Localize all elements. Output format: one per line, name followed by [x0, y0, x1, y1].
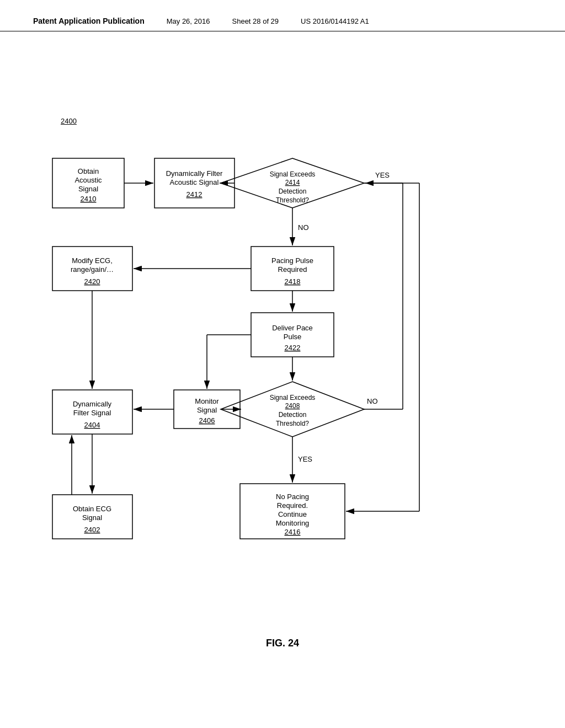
svg-text:2412: 2412: [186, 190, 202, 199]
svg-text:Threshold?: Threshold?: [276, 196, 309, 204]
svg-text:2416: 2416: [285, 528, 301, 536]
svg-text:2406: 2406: [199, 416, 215, 425]
diagram-area: 2400 Obtain Acoustic Signal 2410 Dynamic…: [0, 31, 565, 666]
svg-text:Deliver Pace: Deliver Pace: [272, 324, 313, 332]
svg-text:Obtain: Obtain: [78, 167, 99, 175]
svg-text:2402: 2402: [84, 526, 100, 534]
svg-text:2414: 2414: [285, 179, 300, 186]
svg-text:Pacing Pulse: Pacing Pulse: [271, 256, 313, 265]
svg-text:2420: 2420: [84, 277, 100, 286]
svg-text:Monitor: Monitor: [195, 397, 219, 405]
svg-text:Signal: Signal: [197, 406, 217, 414]
svg-text:Signal Exceeds: Signal Exceeds: [270, 394, 316, 402]
svg-text:Required.: Required.: [277, 501, 308, 510]
svg-text:2410: 2410: [81, 195, 97, 203]
svg-text:Filter Signal: Filter Signal: [73, 409, 111, 417]
svg-text:Pulse: Pulse: [284, 333, 302, 341]
svg-text:Obtain ECG: Obtain ECG: [73, 505, 111, 513]
svg-text:Acoustic Signal: Acoustic Signal: [170, 178, 219, 186]
svg-text:Detection: Detection: [279, 411, 307, 419]
svg-text:Signal: Signal: [78, 185, 98, 193]
header-date: May 26, 2016: [167, 17, 210, 25]
svg-text:Monitoring: Monitoring: [276, 519, 310, 527]
svg-text:2418: 2418: [285, 277, 301, 286]
header-title: Patent Application Publication: [33, 17, 145, 25]
svg-text:Detection: Detection: [279, 188, 307, 195]
header-info: May 26, 2016 Sheet 28 of 29 US 2016/0144…: [167, 17, 369, 25]
svg-text:Continue: Continue: [278, 510, 307, 518]
header-sheet: Sheet 28 of 29: [232, 17, 279, 25]
page-header: Patent Application Publication May 26, 2…: [0, 0, 565, 31]
svg-text:2404: 2404: [84, 421, 100, 429]
label-no-2408: NO: [367, 397, 378, 405]
label-no-2414: NO: [298, 223, 309, 232]
svg-text:No Pacing: No Pacing: [276, 493, 309, 501]
svg-text:Signal: Signal: [82, 513, 102, 522]
page: Patent Application Publication May 26, 2…: [0, 0, 565, 728]
svg-text:Signal Exceeds: Signal Exceeds: [270, 170, 316, 178]
svg-text:2422: 2422: [285, 344, 301, 352]
figure-label: FIG. 24: [0, 638, 565, 649]
svg-text:Dynamically: Dynamically: [73, 400, 112, 408]
svg-text:2408: 2408: [285, 402, 300, 410]
label-yes-2408: YES: [298, 455, 312, 463]
svg-text:Required: Required: [278, 265, 307, 274]
svg-text:Threshold?: Threshold?: [276, 420, 309, 427]
label-yes-2414: YES: [375, 171, 390, 179]
svg-text:Acoustic: Acoustic: [74, 176, 102, 184]
flowchart-svg: Obtain Acoustic Signal 2410 Dynamically …: [0, 31, 565, 666]
header-patent: US 2016/0144192 A1: [301, 17, 369, 25]
svg-text:Modify ECG,: Modify ECG,: [72, 256, 113, 265]
svg-text:range/gain/…: range/gain/…: [71, 265, 114, 274]
svg-text:Dynamically Filter: Dynamically Filter: [166, 169, 223, 178]
